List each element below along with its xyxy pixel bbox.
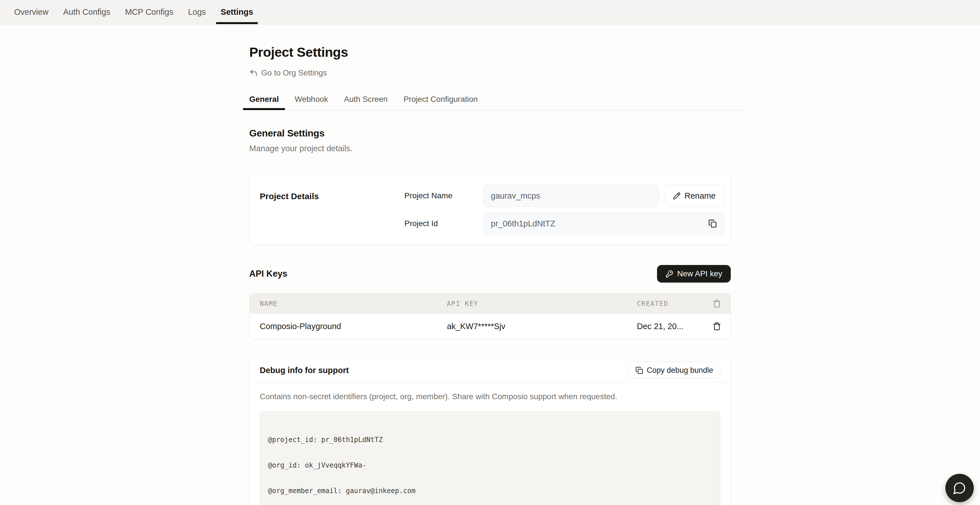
api-keys-table: NAME API KEY CREATED Composio-Playground… [249,293,731,339]
api-key-name-cell: Composio-Playground [250,322,447,331]
api-keys-heading: API Keys [249,269,287,279]
nav-item-settings[interactable]: Settings [218,0,256,24]
nav-item-auth-configs[interactable]: Auth Configs [60,0,113,24]
project-details-card: Project Details Project Name gaurav_mcps… [249,174,731,245]
rename-button-label: Rename [684,191,716,201]
project-id-value: pr_06th1pLdNtTZ [491,219,555,228]
debug-info-card: Debug info for support Copy debug bundle… [249,358,731,505]
page-header: Project Settings Go to Org Settings [249,24,731,78]
nav-item-mcp-configs[interactable]: MCP Configs [122,0,176,24]
key-icon [665,270,673,278]
debug-card-title: Debug info for support [260,366,349,375]
trash-icon [713,299,721,308]
table-row: Composio-Playground ak_KW7*****Sjv Dec 2… [250,314,730,339]
column-header-name: NAME [250,300,447,307]
api-key-value-cell: ak_KW7*****Sjv [447,322,637,331]
page-title: Project Settings [249,44,731,60]
tab-project-configuration[interactable]: Project Configuration [397,95,484,110]
column-header-api-key: API KEY [447,300,637,307]
tab-general[interactable]: General [243,95,285,110]
column-header-created: CREATED [637,300,703,307]
tab-auth-screen[interactable]: Auth Screen [338,95,394,110]
nav-item-overview[interactable]: Overview [11,0,51,24]
code-line: @org_member_email: gaurav@inkeep.com [268,487,712,495]
debug-card-header: Debug info for support Copy debug bundle [250,358,730,382]
pencil-icon [673,192,681,200]
back-link-label: Go to Org Settings [261,69,327,78]
general-settings-subheading: Manage your project details. [249,144,731,153]
tab-webhook[interactable]: Webhook [288,95,334,110]
debug-description: Contains non-secret identifiers (project… [260,392,720,401]
copy-icon [635,366,643,374]
chat-support-button[interactable] [945,474,974,502]
delete-api-key-button[interactable] [711,320,723,332]
trash-icon [713,322,721,331]
rename-button[interactable]: Rename [664,185,724,207]
debug-card-body: Contains non-secret identifiers (project… [250,382,730,505]
project-id-row: Project Id pr_06th1pLdNtTZ [404,212,724,235]
copy-debug-bundle-button[interactable]: Copy debug bundle [628,362,720,379]
nav-item-logs[interactable]: Logs [185,0,209,24]
code-line: @org_id: ok_jVveqqkYFWa- [268,461,712,470]
column-header-delete [703,299,730,308]
top-navigation: Overview Auth Configs MCP Configs Logs S… [0,0,980,24]
debug-code-block[interactable]: @project_id: pr_06th1pLdNtTZ @org_id: ok… [260,411,720,505]
corner-up-left-icon [249,69,258,77]
api-keys-header: API Keys New API key [249,265,731,283]
api-key-created-cell: Dec 21, 20... [637,322,703,331]
project-name-label: Project Name [404,191,483,200]
copy-debug-bundle-label: Copy debug bundle [647,366,713,375]
settings-tabs: General Webhook Auth Screen Project Conf… [243,95,745,110]
new-api-key-label: New API key [677,269,722,278]
project-name-value: gaurav_mcps [491,191,540,201]
general-settings-heading: General Settings [249,127,731,139]
project-details-fields: Project Name gaurav_mcps Rename Project … [404,185,724,235]
project-details-title: Project Details [260,185,404,235]
code-line: @project_id: pr_06th1pLdNtTZ [268,435,712,444]
copy-icon [708,219,717,228]
new-api-key-button[interactable]: New API key [657,265,731,283]
project-name-field[interactable]: gaurav_mcps [483,185,659,207]
project-id-label: Project Id [404,219,483,228]
api-keys-table-header: NAME API KEY CREATED [250,294,730,314]
main-content: Project Settings Go to Org Settings Gene… [249,24,731,505]
copy-project-id-button[interactable] [706,218,719,229]
project-id-field[interactable]: pr_06th1pLdNtTZ [483,212,724,235]
project-name-row: Project Name gaurav_mcps Rename [404,185,724,207]
go-to-org-settings-link[interactable]: Go to Org Settings [249,69,327,78]
chat-bubble-icon [953,481,966,495]
